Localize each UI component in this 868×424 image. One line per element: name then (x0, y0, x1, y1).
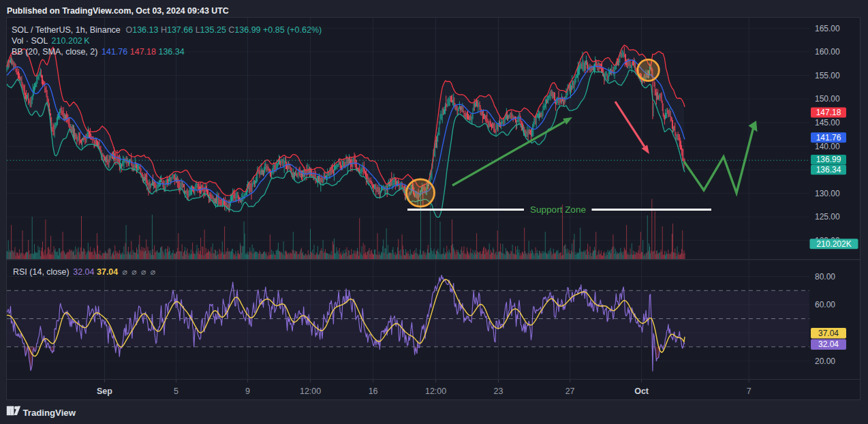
svg-text:12:00: 12:00 (300, 387, 321, 396)
svg-text:5: 5 (174, 387, 179, 396)
svg-text:32.04: 32.04 (818, 339, 839, 349)
svg-text:210.202K: 210.202K (816, 239, 851, 249)
svg-text:27: 27 (565, 387, 575, 396)
svg-text:BB (20, SMA, close, 2) 141.76: BB (20, SMA, close, 2) 141.76 147.18 136… (12, 47, 185, 57)
svg-text:136.99: 136.99 (816, 155, 841, 164)
svg-text:37.04: 37.04 (818, 329, 839, 338)
svg-text:136.34: 136.34 (816, 165, 841, 175)
svg-text:155.00: 155.00 (815, 71, 840, 80)
svg-text:9: 9 (245, 387, 250, 396)
svg-text:Oct: Oct (634, 387, 649, 396)
svg-text:140.00: 140.00 (815, 142, 840, 151)
svg-text:Sep: Sep (97, 387, 112, 396)
svg-text:Published on TradingView.com,: Published on TradingView.com, Oct 03, 20… (7, 6, 229, 16)
svg-text:Support Zone: Support Zone (530, 205, 586, 215)
svg-text:125.00: 125.00 (815, 212, 840, 222)
svg-text:145.00: 145.00 (815, 118, 840, 127)
svg-text:RSI (14, close) 32.04 37.04 ⌀: RSI (14, close) 32.04 37.04 ⌀ ⌀ ⌀ ⌀ (13, 267, 155, 277)
svg-text:23: 23 (494, 387, 503, 396)
svg-text:Vol · SOL 210.202 K: Vol · SOL 210.202 K (12, 36, 90, 46)
svg-text:7: 7 (747, 387, 751, 396)
svg-text:141.76: 141.76 (816, 133, 841, 142)
svg-text:80.00: 80.00 (815, 272, 835, 282)
svg-text:TradingView: TradingView (23, 408, 76, 418)
svg-text:130.00: 130.00 (815, 189, 840, 198)
svg-text:147.18: 147.18 (816, 108, 841, 117)
svg-text:20.00: 20.00 (815, 357, 835, 366)
svg-text:150.00: 150.00 (815, 94, 840, 104)
svg-text:SOL / TetherUS, 1h, Binance O: SOL / TetherUS, 1h, Binance O136.13 H137… (12, 25, 322, 35)
svg-text:12:00: 12:00 (425, 387, 446, 396)
svg-text:16: 16 (369, 387, 378, 396)
svg-text:160.00: 160.00 (815, 47, 840, 57)
svg-text:165.00: 165.00 (815, 24, 840, 33)
svg-text:60.00: 60.00 (815, 300, 835, 309)
